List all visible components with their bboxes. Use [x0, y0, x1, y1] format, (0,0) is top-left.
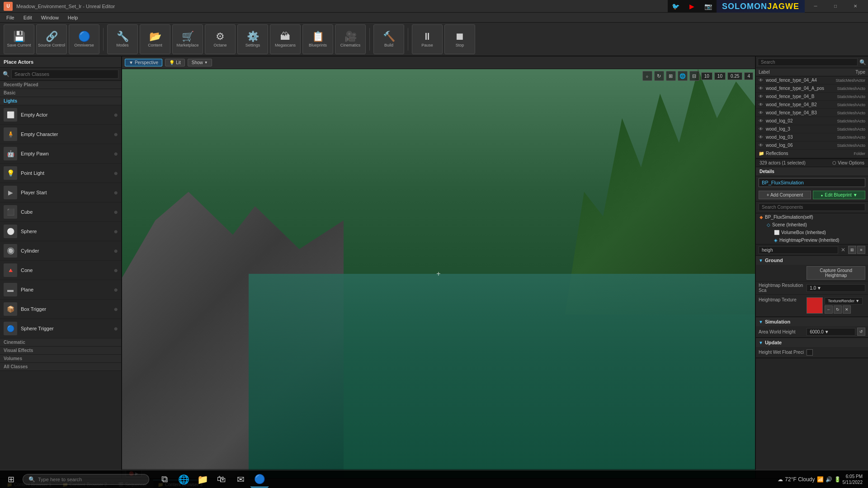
add-component-button[interactable]: + Add Component: [759, 191, 811, 199]
instagram-icon[interactable]: 📷: [700, 0, 717, 13]
taskbar-search-input[interactable]: [38, 477, 143, 482]
outliner-item[interactable]: 👁 wood_fence_type_04_B StaticMeshActo: [756, 93, 868, 101]
battery-icon[interactable]: 🔋: [834, 476, 841, 483]
menu-help[interactable]: Help: [63, 14, 83, 21]
youtube-icon[interactable]: ▶: [684, 0, 700, 13]
actor-item-empty-pawn[interactable]: 🤖 Empty Pawn ⊕: [0, 144, 121, 164]
height-wet-float-checkbox[interactable]: [807, 349, 813, 356]
outliner-item[interactable]: 👁 wood_log_02 StaticMeshActo: [756, 117, 868, 125]
view-options-link[interactable]: ⬡ View Options: [832, 160, 864, 165]
simulation-section-header[interactable]: ▼ Simulation: [756, 317, 868, 326]
octane-button[interactable]: ⚙ Octane: [205, 24, 236, 54]
comp-item-self[interactable]: ◆ BP_FluxSimulation(self): [756, 213, 868, 221]
property-search-input[interactable]: [759, 246, 838, 254]
taskbar-file-explorer[interactable]: 📁: [193, 471, 212, 488]
outliner-item[interactable]: 👁 wood_fence_type_04_B2 StaticMeshActo: [756, 101, 868, 109]
area-world-height-dropdown[interactable]: 6000.0 ▼: [807, 328, 855, 336]
outliner-item[interactable]: 👁 wood_fence_type_04_B3 StaticMeshActo: [756, 109, 868, 117]
capture-ground-heightmap-button[interactable]: Capture Ground Heightmap: [807, 266, 865, 280]
actor-item-sphere[interactable]: ⚪ Sphere ⊕: [0, 222, 121, 241]
maximize-button[interactable]: □: [826, 2, 844, 11]
comp-item-heightmap[interactable]: ◈ HeightmapPreview (Inherited): [756, 236, 868, 244]
menu-file[interactable]: File: [2, 14, 19, 21]
world-tool[interactable]: 🌐: [678, 71, 688, 81]
taskbar-edge[interactable]: 🌐: [175, 471, 193, 488]
texture-use-btn[interactable]: ↻: [834, 305, 842, 314]
texture-dropdown[interactable]: TextureRender▼: [825, 297, 863, 305]
close-button[interactable]: ✕: [846, 2, 864, 11]
search-classes-input[interactable]: [11, 70, 118, 79]
taskbar-unreal[interactable]: 🔵: [250, 471, 269, 488]
build-button[interactable]: 🔨 Build: [373, 24, 404, 54]
source-control-button[interactable]: 🔗 Source Control: [36, 24, 67, 54]
actor-item-sphere-trigger[interactable]: 🔵 Sphere Trigger ⊕: [0, 319, 121, 338]
category-cinematic[interactable]: Cinematic: [0, 338, 121, 347]
edit-blueprint-button[interactable]: ⬥ Edit Blueprint ▼: [813, 191, 865, 199]
grid-exp-value[interactable]: 10: [714, 72, 726, 80]
category-volumes[interactable]: Volumes: [0, 355, 121, 363]
save-current-button[interactable]: 💾 Save Current: [4, 24, 34, 54]
lit-button[interactable]: 💡 Lit: [165, 59, 185, 66]
pause-button[interactable]: ⏸ Pause: [412, 24, 443, 54]
comp-item-volumebox[interactable]: ⬜ VolumeBox (Inherited): [756, 229, 868, 236]
outliner-item-reflections[interactable]: 📁 Reflections Folder: [756, 150, 868, 158]
category-visual-effects[interactable]: Visual Effects: [0, 347, 121, 355]
minimize-button[interactable]: ─: [807, 2, 825, 11]
texture-clear-btn[interactable]: ✕: [843, 305, 851, 314]
actor-item-cylinder[interactable]: 🔘 Cylinder ⊕: [0, 241, 121, 261]
actor-item-empty-character[interactable]: 🧍 Empty Character ⊕: [0, 125, 121, 144]
settings-button[interactable]: ⚙️ Settings: [237, 24, 268, 54]
camera-snap-value[interactable]: 4: [744, 72, 753, 80]
volume-icon[interactable]: 🔊: [826, 476, 832, 483]
viewport[interactable]: + ⬦ ↻ ⊞ 🌐 ⊟ 10 10 0.25 4 🔴 ▶: [122, 69, 755, 478]
property-view-grid[interactable]: ⊞: [848, 246, 856, 254]
perspective-button[interactable]: ▼ Perspective: [125, 59, 162, 66]
category-recently-placed[interactable]: Recently Placed: [0, 81, 121, 89]
surface-snapping-tool[interactable]: ⊟: [689, 71, 699, 81]
texture-browse-btn[interactable]: ←: [825, 305, 833, 314]
menu-edit[interactable]: Edit: [19, 14, 37, 21]
reset-btn[interactable]: ↺: [857, 328, 865, 336]
update-section-header[interactable]: ▼ Update: [756, 338, 868, 347]
outliner-search-input[interactable]: [758, 58, 858, 66]
category-basic[interactable]: Basic: [0, 89, 121, 97]
modes-button[interactable]: 🔧 Modes: [107, 24, 138, 54]
windows-start-button[interactable]: ⊞: [2, 471, 20, 488]
scale-snap-value[interactable]: 0.25: [727, 72, 742, 80]
scale-tool[interactable]: ⊞: [666, 71, 676, 81]
heightmap-resolution-dropdown[interactable]: 1.0 ▼: [807, 284, 865, 292]
ground-section-header[interactable]: ▼ Ground: [756, 256, 868, 265]
actor-item-player-start[interactable]: ▶ Player Start ⊕: [0, 183, 121, 202]
outliner-item[interactable]: 👁 wood_fence_type_04_A_pos StaticMeshAct…: [756, 84, 868, 93]
translate-tool[interactable]: ⬦: [642, 71, 652, 81]
actor-item-cone[interactable]: 🔺 Cone ⊕: [0, 261, 121, 280]
actor-item-empty-actor[interactable]: ⬜ Empty Actor ⊕: [0, 105, 121, 125]
show-button[interactable]: Show ▼: [188, 59, 212, 66]
megascans-button[interactable]: 🏔 Megascans: [270, 24, 301, 54]
taskbar-task-view[interactable]: ⧉: [156, 471, 174, 488]
property-view-list[interactable]: ≡: [857, 246, 865, 254]
actor-item-plane[interactable]: ▬ Plane ⊕: [0, 280, 121, 300]
cinematics-button[interactable]: 🎥 Cinematics: [335, 24, 366, 54]
outliner-item[interactable]: 👁 wood_log_06 StaticMeshActo: [756, 141, 868, 150]
object-name-input[interactable]: [759, 178, 865, 187]
taskbar-store[interactable]: 🛍: [212, 471, 231, 488]
menu-window[interactable]: Window: [37, 14, 63, 21]
outliner-item[interactable]: 👁 wood_fence_type_04_A4 StaticMeshActor: [756, 76, 868, 84]
category-lights[interactable]: Lights: [0, 97, 121, 105]
network-icon[interactable]: 📶: [817, 476, 824, 483]
omniverse-button[interactable]: 🔵 Omniverse: [69, 24, 99, 54]
taskbar-mail[interactable]: ✉: [231, 471, 250, 488]
system-clock[interactable]: 6:05 PM 5/11/2022: [843, 474, 863, 485]
texture-preview[interactable]: [807, 297, 823, 314]
blueprints-button[interactable]: 📋 Blueprints: [302, 24, 333, 54]
marketplace-button[interactable]: 🛒 Marketplace: [172, 24, 203, 54]
property-search-clear[interactable]: ✕: [839, 247, 847, 253]
actor-item-box-trigger[interactable]: 📦 Box Trigger ⊕: [0, 300, 121, 319]
content-button[interactable]: 📂 Content: [140, 24, 170, 54]
component-search-input[interactable]: [759, 203, 865, 211]
rotate-tool[interactable]: ↻: [654, 71, 664, 81]
comp-item-scene[interactable]: ◇ Scene (Inherited): [756, 221, 868, 229]
category-all-classes[interactable]: All Classes: [0, 363, 121, 371]
grid-snap-value[interactable]: 10: [701, 72, 712, 80]
